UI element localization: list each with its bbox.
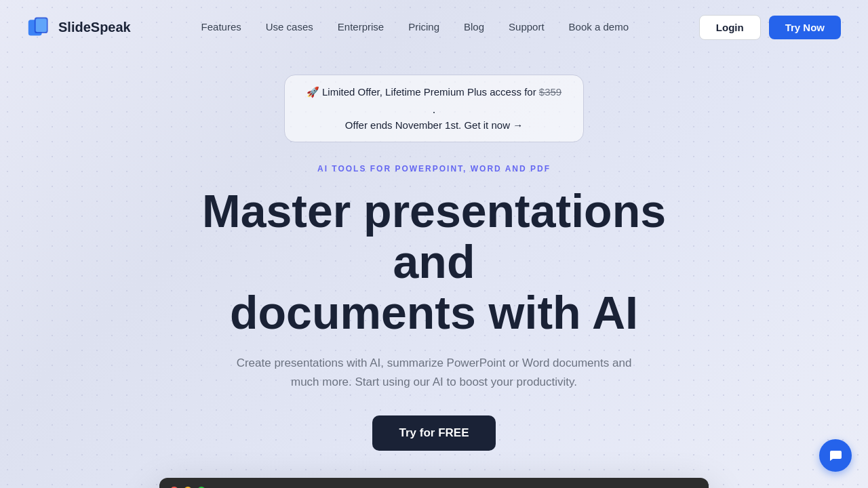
nav-use-cases[interactable]: Use cases <box>266 21 313 33</box>
hero-description: Create presentations with AI, summarize … <box>224 354 644 390</box>
nav-features[interactable]: Features <box>201 21 241 33</box>
promo-offer-end: Offer ends November 1st. Get it now → <box>307 119 561 131</box>
hero-section: 🚀 Limited Offer, Lifetime Premium Plus a… <box>0 54 868 488</box>
brand-name: SlideSpeak <box>58 20 131 35</box>
svg-rect-2 <box>36 18 47 32</box>
hero-subtitle-label: AI Tools for PowerPoint, Word and PDF <box>317 164 551 174</box>
login-button[interactable]: Login <box>699 15 761 40</box>
brand-logo-link[interactable]: SlideSpeak <box>27 15 131 39</box>
app-preview-window: Home › PDF How_AI_Will_Change_Our_Work_i… <box>159 478 709 488</box>
promo-line1: 🚀 Limited Offer, Lifetime Premium Plus a… <box>307 86 561 98</box>
chat-icon <box>828 448 843 463</box>
try-now-button[interactable]: Try Now <box>769 16 841 39</box>
app-titlebar <box>159 478 709 488</box>
navbar: SlideSpeak Features Use cases Enterprise… <box>0 0 868 54</box>
navbar-links: Features Use cases Enterprise Pricing Bl… <box>201 21 629 33</box>
nav-blog[interactable]: Blog <box>464 21 484 33</box>
nav-book-demo[interactable]: Book a demo <box>569 21 629 33</box>
chat-button[interactable] <box>819 439 852 472</box>
navbar-actions: Login Try Now <box>699 15 841 40</box>
nav-support[interactable]: Support <box>509 21 545 33</box>
nav-enterprise[interactable]: Enterprise <box>338 21 384 33</box>
promo-text-prefix: 🚀 Limited Offer, Lifetime Premium Plus a… <box>307 86 539 98</box>
cta-button[interactable]: Try for FREE <box>372 415 496 451</box>
promo-dot: . <box>307 102 561 117</box>
hero-heading-line2: documents with AI <box>230 287 638 338</box>
promo-banner[interactable]: 🚀 Limited Offer, Lifetime Premium Plus a… <box>284 75 584 142</box>
hero-heading: Master presentations and documents with … <box>163 186 705 338</box>
brand-logo-icon <box>27 15 52 39</box>
nav-pricing[interactable]: Pricing <box>408 21 439 33</box>
promo-price-crossed: $359 <box>539 86 561 98</box>
hero-heading-line1: Master presentations and <box>202 185 666 287</box>
